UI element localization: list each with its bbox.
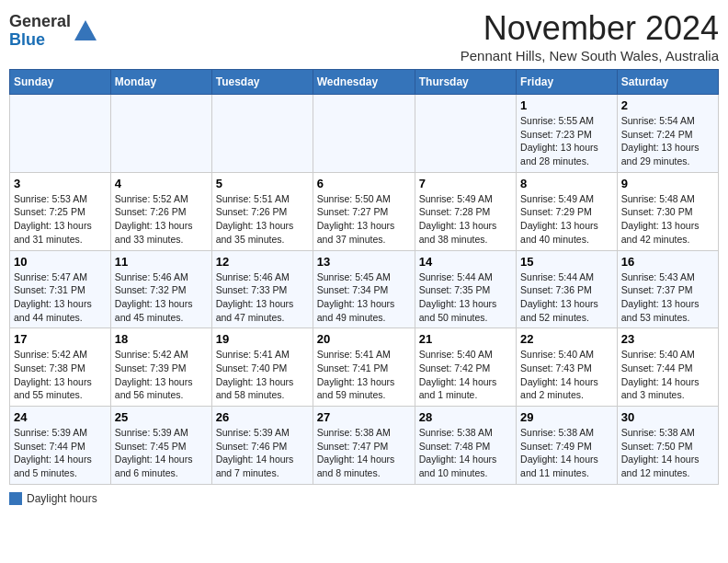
day-info: Sunrise: 5:49 AM Sunset: 7:28 PM Dayligh… [419,192,512,247]
day-number: 15 [520,255,613,269]
day-info: Sunrise: 5:47 AM Sunset: 7:31 PM Dayligh… [14,270,107,325]
header-day-monday: Monday [110,70,211,95]
calendar-cell: 14Sunrise: 5:44 AM Sunset: 7:35 PM Dayli… [415,250,516,328]
day-number: 22 [520,332,613,346]
day-info: Sunrise: 5:40 AM Sunset: 7:43 PM Dayligh… [520,348,613,402]
day-number: 26 [216,410,309,424]
day-number: 1 [520,98,613,112]
calendar-cell: 20Sunrise: 5:41 AM Sunset: 7:41 PM Dayli… [313,328,415,407]
header-day-friday: Friday [517,70,618,95]
day-info: Sunrise: 5:44 AM Sunset: 7:35 PM Dayligh… [419,270,512,325]
day-info: Sunrise: 5:39 AM Sunset: 7:45 PM Dayligh… [115,426,208,480]
day-info: Sunrise: 5:52 AM Sunset: 7:26 PM Dayligh… [115,192,208,247]
day-info: Sunrise: 5:53 AM Sunset: 7:25 PM Dayligh… [14,192,107,247]
day-number: 28 [419,410,512,424]
day-number: 5 [216,177,309,190]
day-info: Sunrise: 5:46 AM Sunset: 7:32 PM Dayligh… [115,270,208,325]
day-number: 12 [216,255,309,269]
day-info: Sunrise: 5:43 AM Sunset: 7:37 PM Dayligh… [621,270,714,325]
legend-color-box [9,492,22,505]
header-row: SundayMondayTuesdayWednesdayThursdayFrid… [10,70,719,95]
day-number: 27 [317,410,411,424]
day-number: 18 [115,332,208,346]
day-info: Sunrise: 5:45 AM Sunset: 7:34 PM Dayligh… [317,270,411,325]
day-number: 16 [621,255,714,269]
calendar-cell: 7Sunrise: 5:49 AM Sunset: 7:28 PM Daylig… [415,172,516,250]
calendar-cell [110,95,211,173]
calendar-cell: 25Sunrise: 5:39 AM Sunset: 7:45 PM Dayli… [110,407,211,485]
calendar-cell: 28Sunrise: 5:38 AM Sunset: 7:48 PM Dayli… [415,407,516,485]
day-info: Sunrise: 5:54 AM Sunset: 7:24 PM Dayligh… [621,114,714,168]
day-info: Sunrise: 5:44 AM Sunset: 7:36 PM Dayligh… [520,270,613,325]
day-info: Sunrise: 5:40 AM Sunset: 7:42 PM Dayligh… [419,348,512,402]
day-number: 30 [621,410,714,424]
calendar-cell: 12Sunrise: 5:46 AM Sunset: 7:33 PM Dayli… [211,250,313,328]
calendar-cell: 8Sunrise: 5:49 AM Sunset: 7:29 PM Daylig… [517,172,618,250]
header-day-thursday: Thursday [415,70,516,95]
header-day-sunday: Sunday [10,70,111,95]
day-info: Sunrise: 5:38 AM Sunset: 7:47 PM Dayligh… [317,426,411,480]
calendar-cell: 23Sunrise: 5:40 AM Sunset: 7:44 PM Dayli… [617,328,718,407]
day-number: 11 [115,255,208,269]
day-number: 4 [115,177,208,190]
subtitle: Pennant Hills, New South Wales, Australi… [461,48,719,63]
day-info: Sunrise: 5:46 AM Sunset: 7:33 PM Dayligh… [216,270,309,325]
calendar-cell [313,95,415,173]
day-number: 10 [14,255,107,269]
day-info: Sunrise: 5:39 AM Sunset: 7:44 PM Dayligh… [14,426,107,480]
calendar-cell: 22Sunrise: 5:40 AM Sunset: 7:43 PM Dayli… [517,328,618,407]
header-day-wednesday: Wednesday [313,70,415,95]
legend: Daylight hours [9,492,719,505]
title-block: November 2024 Pennant Hills, New South W… [461,9,719,63]
day-info: Sunrise: 5:50 AM Sunset: 7:27 PM Dayligh… [317,192,411,247]
svg-marker-0 [74,20,97,40]
calendar-cell: 13Sunrise: 5:45 AM Sunset: 7:34 PM Dayli… [313,250,415,328]
day-info: Sunrise: 5:41 AM Sunset: 7:40 PM Dayligh… [216,348,309,402]
header-day-saturday: Saturday [617,70,718,95]
day-number: 14 [419,255,512,269]
calendar-cell: 9Sunrise: 5:48 AM Sunset: 7:30 PM Daylig… [617,172,718,250]
calendar-cell: 11Sunrise: 5:46 AM Sunset: 7:32 PM Dayli… [110,250,211,328]
day-number: 19 [216,332,309,346]
week-row-0: 1Sunrise: 5:55 AM Sunset: 7:23 PM Daylig… [10,95,719,173]
logo-blue: Blue [9,30,45,49]
day-number: 2 [621,98,714,112]
day-info: Sunrise: 5:39 AM Sunset: 7:46 PM Dayligh… [216,426,309,480]
calendar-cell: 3Sunrise: 5:53 AM Sunset: 7:25 PM Daylig… [10,172,111,250]
main-title: November 2024 [461,9,719,48]
calendar-cell: 2Sunrise: 5:54 AM Sunset: 7:24 PM Daylig… [617,95,718,173]
day-number: 23 [621,332,714,346]
logo: General Blue [9,13,98,50]
calendar-cell: 29Sunrise: 5:38 AM Sunset: 7:49 PM Dayli… [517,407,618,485]
calendar-cell: 17Sunrise: 5:42 AM Sunset: 7:38 PM Dayli… [10,328,111,407]
calendar-cell: 30Sunrise: 5:38 AM Sunset: 7:50 PM Dayli… [617,407,718,485]
calendar-cell: 19Sunrise: 5:41 AM Sunset: 7:40 PM Dayli… [211,328,313,407]
day-number: 6 [317,177,411,190]
day-info: Sunrise: 5:40 AM Sunset: 7:44 PM Dayligh… [621,348,714,402]
calendar-cell: 21Sunrise: 5:40 AM Sunset: 7:42 PM Dayli… [415,328,516,407]
week-row-1: 3Sunrise: 5:53 AM Sunset: 7:25 PM Daylig… [10,172,719,250]
day-number: 13 [317,255,411,269]
day-number: 8 [520,177,613,190]
day-info: Sunrise: 5:51 AM Sunset: 7:26 PM Dayligh… [216,192,309,247]
week-row-4: 24Sunrise: 5:39 AM Sunset: 7:44 PM Dayli… [10,407,719,485]
day-info: Sunrise: 5:48 AM Sunset: 7:30 PM Dayligh… [621,192,714,247]
calendar-cell: 5Sunrise: 5:51 AM Sunset: 7:26 PM Daylig… [211,172,313,250]
day-number: 24 [14,410,107,424]
header-day-tuesday: Tuesday [211,70,313,95]
calendar-cell: 10Sunrise: 5:47 AM Sunset: 7:31 PM Dayli… [10,250,111,328]
legend-label: Daylight hours [27,492,97,505]
calendar-cell [415,95,516,173]
calendar-cell: 24Sunrise: 5:39 AM Sunset: 7:44 PM Dayli… [10,407,111,485]
day-number: 7 [419,177,512,190]
calendar-cell: 18Sunrise: 5:42 AM Sunset: 7:39 PM Dayli… [110,328,211,407]
day-info: Sunrise: 5:55 AM Sunset: 7:23 PM Dayligh… [520,114,613,168]
day-info: Sunrise: 5:49 AM Sunset: 7:29 PM Dayligh… [520,192,613,247]
calendar-cell: 1Sunrise: 5:55 AM Sunset: 7:23 PM Daylig… [517,95,618,173]
day-info: Sunrise: 5:42 AM Sunset: 7:38 PM Dayligh… [14,348,107,402]
day-info: Sunrise: 5:38 AM Sunset: 7:48 PM Dayligh… [419,426,512,480]
calendar-cell: 26Sunrise: 5:39 AM Sunset: 7:46 PM Dayli… [211,407,313,485]
week-row-2: 10Sunrise: 5:47 AM Sunset: 7:31 PM Dayli… [10,250,719,328]
logo-general: General [9,12,71,30]
day-number: 21 [419,332,512,346]
